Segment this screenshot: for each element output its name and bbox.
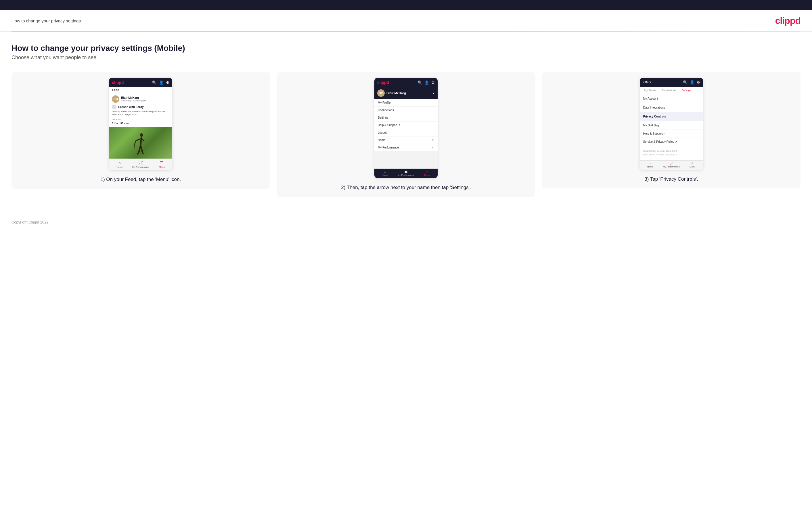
nav-perf-label-2: My Performance [378, 146, 399, 149]
tab-my-profile[interactable]: My Profile [642, 87, 659, 94]
close-icon: ✕ [426, 171, 428, 173]
service-privacy-label: Service & Privacy Policy ↗ [643, 140, 677, 143]
nav-home-label-2: Home [378, 138, 386, 142]
menu-item-settings[interactable]: Settings [374, 114, 438, 121]
page-header: How to change your privacy settings clip… [0, 10, 812, 32]
settings-my-account[interactable]: My Account › [640, 94, 703, 103]
duration-value: 01 hr : 30 min [112, 122, 169, 125]
phone3-nav-performance: 📈 My Performance [661, 162, 682, 168]
feed-post: BM Blair McHarg Yesterday · Sunningdale … [109, 93, 172, 127]
phone1-logo: clippd [112, 80, 123, 85]
phone3-tabs: My Profile Connections Settings [640, 87, 703, 94]
logo: clippd [775, 15, 801, 26]
menu-icon: ☰ [160, 161, 164, 165]
username: Blair McHarg [387, 91, 406, 95]
menu-label-3: Menu [690, 165, 695, 168]
feed-tab: Feed [109, 87, 172, 93]
footer: Copyright Clippd 2022 [0, 214, 812, 230]
settings-data-integrations[interactable]: Data Integrations › [640, 103, 703, 112]
svg-line-7 [141, 146, 143, 153]
step-2-card: clippd 🔍 👤 ⚙ BM Blair McHarg ▲ [277, 72, 536, 197]
phone2-nav-home: ⌂ Home [374, 171, 395, 176]
golf-bag-label: My Golf Bag [643, 124, 659, 127]
phone-mockup-1: clippd 🔍 👤 ⚙ Feed BM Blair McHarg [109, 78, 172, 170]
chevron-right-icon-golf: › [699, 123, 700, 127]
version-line-2: GQL Server Version: 2022.7.30-1 [643, 153, 700, 157]
settings-privacy-controls[interactable]: Privacy Controls › [640, 112, 703, 121]
menu-help-label: Help & Support ↗ [378, 123, 401, 127]
post-author: Blair McHarg [121, 96, 146, 99]
chevron-right-icon-privacy: › [699, 114, 700, 118]
settings-help-support[interactable]: Help & Support ↗ [640, 130, 703, 138]
svg-line-4 [134, 145, 135, 149]
phone1-bottom-nav: ⌂ Home 📈 My Performance ☰ Menu [109, 159, 172, 170]
main-content: How to change your privacy settings (Mob… [0, 32, 812, 214]
version-info: Clippd Client Version: 2022.8.3-3 GQL Se… [640, 146, 703, 160]
top-bar [0, 0, 812, 10]
settings-icon: ⚙ [166, 80, 169, 85]
chevron-right-icon: ▼ [431, 138, 434, 142]
back-button[interactable]: < Back [643, 81, 652, 84]
phone3-nav-home: ⌂ Home [640, 162, 661, 168]
phone3-icons: 🔍 👤 ⚙ [683, 80, 700, 84]
phone3-back-nav: < Back 🔍 👤 ⚙ [640, 78, 703, 87]
menu-settings-label: Settings [378, 116, 388, 119]
menu-item-logout[interactable]: Logout [374, 129, 438, 136]
perf-label-3: My Performance [663, 165, 680, 168]
nav-home-label: Home [116, 166, 122, 168]
phone3-bottom-nav: ⌂ Home 📈 My Performance ☰ Menu [640, 160, 703, 170]
home-label-2: Home [382, 174, 388, 176]
settings-icon-3: ⚙ [697, 80, 700, 84]
menu-icon-3: ☰ [691, 162, 693, 165]
phone2-bottom-nav: ⌂ Home 📈 My Performance ✕ Menu [374, 169, 438, 178]
home-icon-2: ⌂ [384, 171, 386, 173]
phone2-nav-performance: 📈 My Performance [395, 171, 416, 176]
search-icon: 🔍 [152, 80, 157, 85]
settings-service-privacy[interactable]: Service & Privacy Policy ↗ [640, 138, 703, 146]
post-description: Looking to feel like my hands are exitin… [112, 110, 169, 116]
duration-label: Duration [112, 118, 169, 121]
step-3-caption: 3) Tap 'Privacy Controls'. [644, 175, 698, 183]
nav-section-performance: My Performance ▼ [374, 144, 438, 151]
settings-icon-2: ⚙ [431, 80, 435, 85]
my-account-label: My Account [643, 97, 658, 100]
settings-list: My Account › Data Integrations › Privacy… [640, 94, 703, 146]
dropdown-header: BM Blair McHarg ▲ [374, 87, 438, 99]
menu-item-connections[interactable]: Connections [374, 107, 438, 114]
page-subheading: Choose what you want people to see [11, 55, 801, 61]
nav-home: ⌂ Home [109, 161, 130, 168]
page-heading: How to change your privacy settings (Mob… [11, 44, 801, 53]
performance-icon: 📈 [138, 161, 143, 165]
help-support-label: Help & Support ↗ [643, 132, 666, 135]
phone2-icons: 🔍 👤 ⚙ [417, 80, 435, 85]
step-1-card: clippd 🔍 👤 ⚙ Feed BM Blair McHarg [11, 72, 270, 189]
nav-section-home: Home ▼ [374, 136, 438, 144]
perf-label-2: My Performance [398, 174, 415, 176]
steps-grid: clippd 🔍 👤 ⚙ Feed BM Blair McHarg [11, 72, 801, 197]
nav-menu-label: Menu [159, 166, 165, 168]
settings-golf-bag[interactable]: My Golf Bag › [640, 121, 703, 130]
phone-mockup-2: clippd 🔍 👤 ⚙ BM Blair McHarg ▲ [374, 78, 438, 178]
profile-icon-3: 👤 [690, 80, 695, 84]
chevron-right-icon-2: ▼ [431, 146, 434, 149]
search-icon-2: 🔍 [417, 80, 422, 85]
step-1-caption: 1) On your Feed, tap the 'Menu' icon. [101, 176, 181, 183]
menu-item-profile[interactable]: My Profile [374, 99, 438, 107]
step-2-caption: 2) Then, tap the arrow next to your name… [341, 184, 471, 191]
post-meta: Yesterday · Sunningdale [121, 99, 146, 102]
feed-overlay [374, 151, 438, 169]
perf-icon-2: 📈 [405, 171, 407, 173]
close-label: Menu [424, 174, 430, 176]
tab-connections[interactable]: Connections [659, 87, 679, 94]
menu-logout-label: Logout [378, 131, 387, 134]
tab-settings[interactable]: Settings [679, 87, 694, 94]
nav-menu[interactable]: ☰ Menu [151, 161, 172, 168]
menu-item-help[interactable]: Help & Support ↗ [374, 121, 438, 129]
phone2-nav-close[interactable]: ✕ Menu [417, 171, 438, 176]
phone1-navbar: clippd 🔍 👤 ⚙ [109, 78, 172, 87]
version-line-1: Clippd Client Version: 2022.8.3-3 [643, 149, 700, 153]
menu-connections-label: Connections [378, 109, 394, 112]
phone3-nav-menu: ☰ Menu [682, 162, 703, 168]
perf-icon-3: 📈 [670, 162, 673, 165]
dropdown-menu: My Profile Connections Settings Help & S… [374, 99, 438, 136]
